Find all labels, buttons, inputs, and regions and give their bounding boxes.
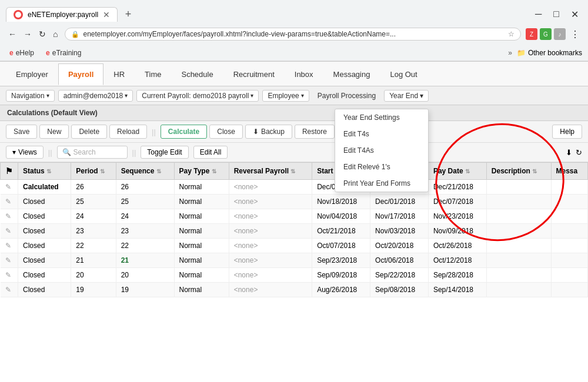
forward-button[interactable]: → [21, 28, 34, 40]
menu-item-edit-t4as[interactable]: Edit T4As [335, 142, 428, 159]
tab-hr[interactable]: HR [103, 63, 135, 85]
tab-inbox[interactable]: Inbox [285, 63, 323, 85]
menu-item-year-end-settings[interactable]: Year End Settings [335, 109, 428, 126]
sort-desc-icon: ⇅ [532, 168, 537, 175]
ext-red-icon[interactable]: Z [526, 28, 537, 40]
nav-employee[interactable]: Employee ▾ [262, 90, 309, 102]
col-pay-type[interactable]: Pay Type ⇅ [174, 163, 229, 180]
cell-pay-type: Normal [174, 239, 229, 253]
tab-messaging[interactable]: Messaging [323, 63, 380, 85]
more-options-button[interactable]: ⋮ [568, 28, 582, 41]
bookmark-star-icon[interactable]: ☆ [508, 30, 514, 38]
ext-music-icon[interactable]: ♪ [554, 28, 566, 40]
cell-pay-type: Normal [174, 195, 229, 209]
edit-all-button[interactable]: Edit All [193, 146, 228, 159]
cell-description [486, 224, 551, 239]
col-sequence[interactable]: Sequence ⇅ [116, 163, 174, 180]
bookmark-ehelp[interactable]: e eHelp [6, 48, 38, 58]
tab-schedule[interactable]: Schedule [171, 63, 223, 85]
cell-sequence: 21 [116, 253, 174, 268]
row-edit-icon[interactable]: ✎ [5, 271, 11, 279]
row-edit-icon[interactable]: ✎ [5, 227, 11, 235]
col-reversal[interactable]: Reversal Payroll ⇅ [229, 163, 312, 180]
row-edit-icon[interactable]: ✎ [5, 256, 11, 264]
new-button[interactable]: New [39, 125, 69, 139]
col-filter[interactable]: ⚑ [1, 163, 18, 180]
delete-button[interactable]: Delete [71, 125, 107, 139]
sort-reversal-icon: ⇅ [290, 168, 295, 175]
table-row: ✎Calculated2626Normal<none>Dec/02/2018De… [1, 180, 588, 195]
tab-logout[interactable]: Log Out [380, 63, 427, 85]
search-box[interactable]: 🔍 Search [57, 146, 128, 159]
reload-button[interactable]: Reload [109, 125, 147, 139]
toggle-edit-button[interactable]: Toggle Edit [141, 146, 188, 159]
close-button[interactable]: Close [209, 125, 243, 139]
bookmark-etraining[interactable]: e eTraining [42, 48, 85, 58]
menu-item-print-year-end[interactable]: Print Year End Forms [335, 175, 428, 192]
cell-status: Closed [18, 209, 71, 224]
row-edit-icon[interactable]: ✎ [5, 212, 11, 220]
sort-paydate-icon: ⇅ [465, 168, 470, 175]
search-icon: 🔍 [62, 148, 71, 156]
ext-green-icon[interactable]: G [540, 28, 552, 40]
cell-pay-date: Sep/14/2018 [428, 283, 486, 297]
active-tab[interactable]: eNETEmployer:payroll ✕ [6, 7, 118, 22]
nav-admin[interactable]: admin@demo2018 ▾ [58, 90, 133, 102]
cell-reversal: <none> [229, 283, 312, 297]
col-message[interactable]: Messa [551, 163, 588, 180]
home-button[interactable]: ⌂ [51, 28, 60, 40]
row-edit-icon[interactable]: ✎ [5, 197, 11, 206]
views-arrow-icon: ▾ [12, 148, 16, 156]
close-window-button[interactable]: ✕ [567, 8, 582, 21]
url-box[interactable]: 🔒 enetemployer.com/myEmployer/faces/payr… [65, 28, 521, 41]
tab-employer[interactable]: Employer [6, 63, 58, 85]
col-status[interactable]: Status ⇅ [18, 163, 71, 180]
section-title: Calculations (Default View) [0, 105, 588, 121]
cell-pay-type: Normal [174, 209, 229, 224]
cell-status: Calculated [18, 180, 71, 195]
col-description[interactable]: Description ⇅ [486, 163, 551, 180]
minimize-button[interactable]: ─ [532, 8, 545, 21]
cell-message [551, 195, 588, 209]
cell-start-date: Nov/18/2018 [312, 195, 370, 209]
refresh-icon[interactable]: ↻ [576, 148, 582, 157]
menu-item-edit-releve[interactable]: Edit Relevé 1's [335, 159, 428, 175]
tab-close-button[interactable]: ✕ [103, 10, 110, 19]
nav-current-payroll[interactable]: Current Payroll: demo2018 payroll ▾ [136, 90, 259, 102]
col-pay-date[interactable]: Pay Date ⇅ [428, 163, 486, 180]
other-bookmarks[interactable]: 📁 Other bookmarks [517, 49, 582, 57]
maximize-button[interactable]: □ [550, 8, 563, 21]
views-button[interactable]: ▾ Views [6, 146, 44, 159]
year-end-button[interactable]: Year End ▾ [384, 90, 429, 102]
back-button[interactable]: ← [6, 28, 19, 40]
backup-button[interactable]: ⬇ Backup [245, 125, 292, 139]
cell-sequence: 23 [116, 224, 174, 239]
payroll-table: ⚑ Status ⇅ Period ⇅ Sequence ⇅ [0, 162, 588, 297]
reload-page-button[interactable]: ↻ [36, 28, 48, 40]
main-navigation: Employer Payroll HR Time Schedule Recrui… [0, 62, 588, 86]
tab-time[interactable]: Time [135, 63, 171, 85]
nav-navigation[interactable]: Navigation ▾ [6, 90, 55, 102]
menu-item-edit-t4s[interactable]: Edit T4s [335, 126, 428, 142]
cell-status: Closed [18, 195, 71, 209]
cell-sequence: 22 [116, 239, 174, 253]
download-arrow-icon[interactable]: ⬇ [566, 148, 572, 157]
tab-recruitment[interactable]: Recruitment [223, 63, 285, 85]
folder-label: Other bookmarks [528, 49, 582, 57]
new-tab-button[interactable]: + [120, 6, 136, 22]
bookmarks-bar: e eHelp e eTraining » 📁 Other bookmarks [0, 45, 588, 61]
save-button[interactable]: Save [6, 125, 37, 139]
tab-payroll[interactable]: Payroll [58, 63, 103, 85]
table-row: ✎Closed1919Normal<none>Aug/26/2018Sep/08… [1, 283, 588, 297]
calculate-button[interactable]: Calculate [161, 125, 207, 139]
restore-button[interactable]: Restore [295, 125, 335, 139]
cell-period: 22 [71, 239, 116, 253]
row-edit-icon[interactable]: ✎ [5, 286, 11, 294]
col-period[interactable]: Period ⇅ [71, 163, 116, 180]
help-button[interactable]: Help [552, 125, 582, 139]
row-edit-icon[interactable]: ✎ [5, 183, 11, 191]
bookmarks-more[interactable]: » [508, 49, 512, 57]
nav-payroll-processing[interactable]: Payroll Processing [313, 91, 380, 101]
row-edit-icon[interactable]: ✎ [5, 242, 11, 250]
cell-pay-type: Normal [174, 268, 229, 283]
